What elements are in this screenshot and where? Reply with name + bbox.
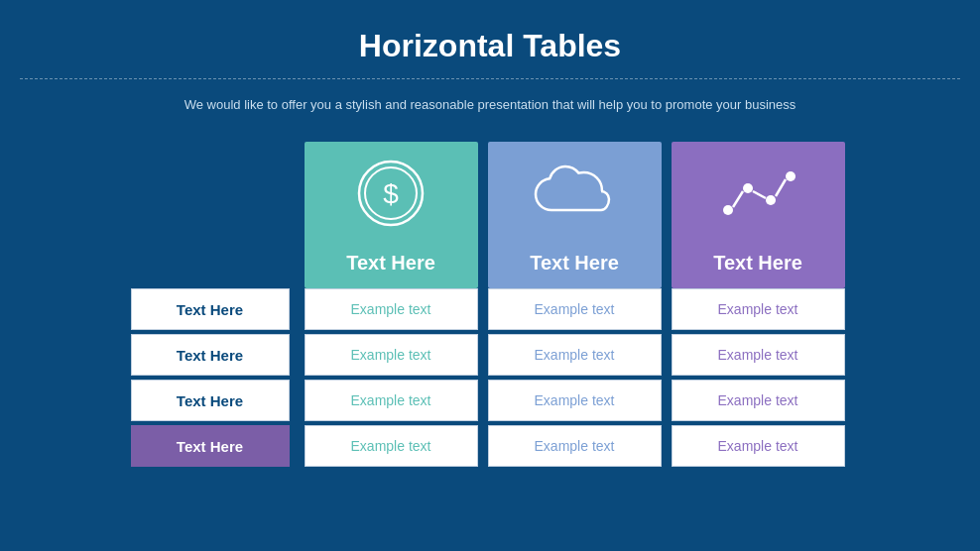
svg-point-5 xyxy=(766,195,776,205)
label-column: Text Here Text Here Text Here Text Here xyxy=(131,288,290,471)
page-title: Horizontal Tables xyxy=(0,0,980,78)
data-column-3: Text Here Example text Example text Exam… xyxy=(672,142,845,471)
col-header-2: Text Here xyxy=(488,142,662,288)
row-label-2: Text Here xyxy=(131,334,290,376)
col2-header-title: Text Here xyxy=(530,244,619,278)
data-column-1: $ Text Here Example text Example text Ex… xyxy=(305,142,478,471)
col-header-1: $ Text Here xyxy=(305,142,478,288)
col-header-3: Text Here xyxy=(672,142,845,288)
col3-row3: Example text xyxy=(672,380,845,421)
main-content: Text Here Text Here Text Here Text Here … xyxy=(0,122,980,471)
col2-row1: Example text xyxy=(488,288,662,330)
col3-header-title: Text Here xyxy=(713,244,802,278)
col1-row2: Example text xyxy=(305,334,478,376)
cloud-icon xyxy=(530,142,619,244)
col1-header-title: Text Here xyxy=(346,244,435,278)
col3-row1: Example text xyxy=(672,288,845,330)
svg-line-8 xyxy=(753,191,766,198)
svg-point-4 xyxy=(743,183,753,193)
col1-row3: Example text xyxy=(305,380,478,421)
col2-row3: Example text xyxy=(488,380,662,421)
svg-line-7 xyxy=(733,191,743,207)
row-label-4: Text Here xyxy=(131,425,290,467)
col2-row2: Example text xyxy=(488,334,662,376)
svg-line-9 xyxy=(776,179,786,196)
col3-row4: Example text xyxy=(672,425,845,467)
col1-row1: Example text xyxy=(305,288,478,330)
svg-point-6 xyxy=(786,171,796,181)
data-column-2: Text Here Example text Example text Exam… xyxy=(488,142,662,471)
chart-icon xyxy=(713,142,802,244)
row-label-3: Text Here xyxy=(131,380,290,421)
row-label-1: Text Here xyxy=(131,288,290,330)
dollar-icon: $ xyxy=(351,142,430,244)
svg-text:$: $ xyxy=(383,178,399,209)
col1-row4: Example text xyxy=(305,425,478,467)
col2-row4: Example text xyxy=(488,425,662,467)
col3-row2: Example text xyxy=(672,334,845,376)
subtitle: We would like to offer you a stylish and… xyxy=(0,79,980,122)
svg-point-3 xyxy=(723,205,733,215)
